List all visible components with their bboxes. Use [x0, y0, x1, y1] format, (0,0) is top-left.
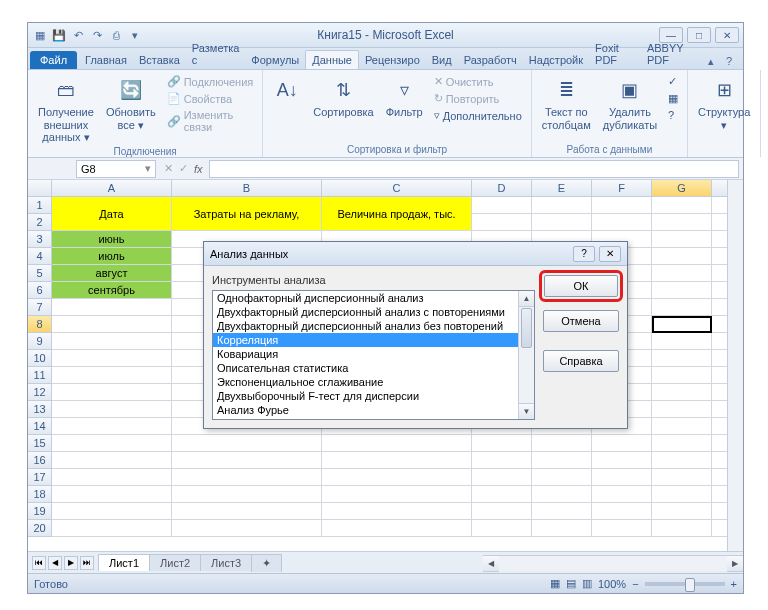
filter-button[interactable]: ▿ Фильтр — [382, 74, 427, 121]
cell[interactable] — [652, 418, 712, 435]
cell[interactable] — [472, 435, 532, 452]
save-icon[interactable]: 💾 — [51, 27, 67, 43]
tab-abbyy[interactable]: ABBYY PDF — [641, 39, 703, 69]
text-to-columns-button[interactable]: ≣ Текст по столбцам — [538, 74, 595, 133]
cell[interactable] — [322, 486, 472, 503]
cell[interactable] — [652, 333, 712, 350]
minimize-ribbon-icon[interactable]: ▴ — [703, 53, 719, 69]
file-tab[interactable]: Файл — [30, 51, 77, 69]
list-item[interactable]: Описательная статистика — [213, 361, 534, 375]
sheet-tab-1[interactable]: Лист1 — [98, 554, 150, 571]
row-header[interactable]: 4 — [28, 248, 52, 265]
cell[interactable] — [652, 265, 712, 282]
row-header[interactable]: 11 — [28, 367, 52, 384]
refresh-all-button[interactable]: 🔄 Обновить все ▾ — [102, 74, 160, 133]
column-header[interactable]: F — [592, 180, 652, 197]
list-item[interactable]: Двухвыборочный F-тест для дисперсии — [213, 389, 534, 403]
list-item[interactable]: Экспоненциальное сглаживание — [213, 375, 534, 389]
zoom-slider[interactable] — [645, 582, 725, 586]
dialog-close-button[interactable]: ✕ — [599, 246, 621, 262]
formula-input[interactable] — [209, 160, 739, 178]
dialog-help-button[interactable]: ? — [573, 246, 595, 262]
list-item[interactable]: Корреляция — [213, 333, 534, 347]
cell[interactable] — [652, 282, 712, 299]
redo-icon[interactable]: ↷ — [89, 27, 105, 43]
cell[interactable] — [52, 452, 172, 469]
cell[interactable] — [322, 520, 472, 537]
sheet-nav-first[interactable]: ⏮ — [32, 556, 46, 570]
row-header[interactable]: 13 — [28, 401, 52, 418]
row-header[interactable]: 6 — [28, 282, 52, 299]
cell[interactable] — [652, 469, 712, 486]
cell[interactable] — [472, 197, 532, 214]
cell[interactable] — [52, 503, 172, 520]
fx-enter-icon[interactable]: ✓ — [179, 162, 188, 175]
cell[interactable] — [322, 503, 472, 520]
cell[interactable]: июль — [52, 248, 172, 265]
zoom-out-button[interactable]: − — [632, 578, 638, 590]
cell[interactable] — [52, 367, 172, 384]
row-header[interactable]: 2 — [28, 214, 52, 231]
column-header[interactable]: C — [322, 180, 472, 197]
tab-view[interactable]: Вид — [426, 51, 458, 69]
cell[interactable] — [532, 486, 592, 503]
horizontal-scrollbar[interactable]: ◀ ▶ — [483, 555, 743, 571]
cell[interactable] — [652, 299, 712, 316]
column-header[interactable]: E — [532, 180, 592, 197]
listbox-scrollbar[interactable]: ▲ ▼ — [518, 291, 534, 419]
cell[interactable]: июнь — [52, 231, 172, 248]
ok-button[interactable]: ОК — [544, 275, 618, 297]
cell[interactable]: сентябрь — [52, 282, 172, 299]
cell[interactable] — [172, 503, 322, 520]
undo-icon[interactable]: ↶ — [70, 27, 86, 43]
sheet-nav-prev[interactable]: ◀ — [48, 556, 62, 570]
new-sheet-button[interactable]: ✦ — [251, 554, 282, 572]
cell[interactable] — [652, 520, 712, 537]
row-header[interactable]: 5 — [28, 265, 52, 282]
cell[interactable] — [652, 248, 712, 265]
cell[interactable] — [322, 452, 472, 469]
cell[interactable] — [472, 520, 532, 537]
fx-cancel-icon[interactable]: ✕ — [164, 162, 173, 175]
cell[interactable] — [52, 520, 172, 537]
tab-data[interactable]: Данные — [305, 50, 359, 69]
row-header[interactable]: 15 — [28, 435, 52, 452]
view-page-break-icon[interactable]: ▥ — [582, 577, 592, 590]
column-header[interactable]: A — [52, 180, 172, 197]
vertical-scrollbar[interactable] — [727, 180, 743, 551]
cell[interactable] — [532, 469, 592, 486]
cell[interactable] — [652, 197, 712, 214]
cell[interactable]: Величина продаж, тыс. — [322, 197, 472, 231]
sheet-nav-last[interactable]: ⏭ — [80, 556, 94, 570]
reapply-filter-button[interactable]: ↻Повторить — [431, 91, 525, 106]
cell[interactable] — [652, 401, 712, 418]
tab-developer[interactable]: Разработч — [458, 51, 523, 69]
tab-insert[interactable]: Вставка — [133, 51, 186, 69]
cell[interactable] — [532, 520, 592, 537]
cell[interactable] — [52, 486, 172, 503]
tab-formulas[interactable]: Формулы — [245, 51, 305, 69]
cell[interactable] — [592, 520, 652, 537]
cell[interactable] — [652, 452, 712, 469]
column-header[interactable]: G — [652, 180, 712, 197]
cell[interactable]: Дата — [52, 197, 172, 231]
cell[interactable] — [472, 469, 532, 486]
cell[interactable]: Затраты на рекламу, — [172, 197, 322, 231]
row-header[interactable]: 17 — [28, 469, 52, 486]
cell[interactable] — [652, 316, 712, 333]
cell[interactable] — [652, 435, 712, 452]
help-icon[interactable]: ? — [721, 53, 737, 69]
help-button[interactable]: Справка — [543, 350, 619, 372]
row-header[interactable]: 14 — [28, 418, 52, 435]
column-header[interactable]: D — [472, 180, 532, 197]
cell[interactable] — [592, 452, 652, 469]
row-header[interactable]: 3 — [28, 231, 52, 248]
fx-label[interactable]: fx — [194, 163, 203, 175]
cell[interactable] — [472, 452, 532, 469]
sheet-tab-3[interactable]: Лист3 — [200, 554, 252, 571]
cell[interactable] — [52, 384, 172, 401]
outline-button[interactable]: ⊞ Структура ▾ — [694, 74, 754, 133]
dialog-titlebar[interactable]: Анализ данных ? ✕ — [204, 242, 627, 266]
cell[interactable] — [592, 197, 652, 214]
cell[interactable] — [532, 452, 592, 469]
